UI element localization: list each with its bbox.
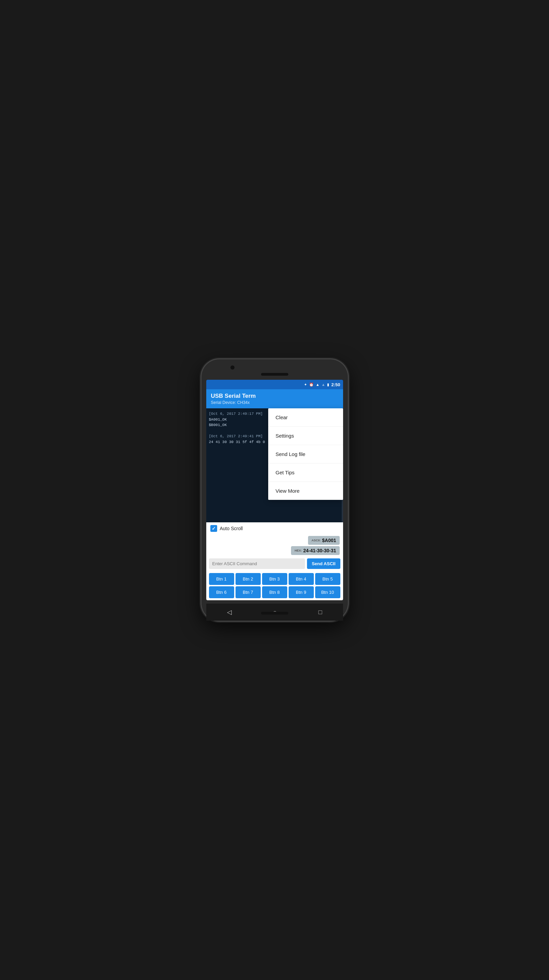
- back-icon[interactable]: ◁: [227, 608, 232, 616]
- phone-screen: ✦ ⏰ ▲ ▲ ▮ 2:50 USB Serial Term Serial De…: [206, 380, 343, 600]
- app-subtitle: Serial Device: CH34x: [211, 400, 338, 405]
- screen-content: ✦ ⏰ ▲ ▲ ▮ 2:50 USB Serial Term Serial De…: [206, 380, 343, 600]
- btn-10[interactable]: Btn 10: [315, 586, 341, 598]
- dropdown-item-send-log[interactable]: Send Log file: [268, 445, 343, 463]
- bluetooth-icon: ✦: [304, 382, 307, 387]
- btn-2[interactable]: Btn 2: [236, 573, 261, 585]
- btn-6[interactable]: Btn 6: [209, 586, 234, 598]
- hex-badge: HEX: 24-41-30-30-31: [291, 546, 339, 555]
- speaker-top: [261, 373, 288, 375]
- ascii-badge: ASCII: $A001: [308, 536, 339, 545]
- ascii-input[interactable]: [209, 558, 305, 569]
- battery-icon: ▮: [327, 382, 329, 387]
- status-bar: ✦ ⏰ ▲ ▲ ▮ 2:50: [206, 380, 343, 389]
- app-title: USB Serial Term: [211, 393, 338, 399]
- buttons-grid: Btn 1 Btn 2 Btn 3 Btn 4 Btn 5 Btn 6 Btn …: [206, 571, 343, 600]
- front-camera: [231, 366, 234, 369]
- alarm-icon: ⏰: [309, 382, 314, 387]
- dropdown-item-get-tips[interactable]: Get Tips: [268, 463, 343, 482]
- ascii-value: $A001: [322, 538, 336, 543]
- btn-7[interactable]: Btn 7: [236, 586, 261, 598]
- signal-full-icon: ▲: [316, 382, 320, 387]
- dropdown-menu: Clear Settings Send Log file Get Tips Vi…: [268, 408, 343, 500]
- auto-scroll-label: Auto Scroll: [220, 526, 243, 531]
- input-row: Send ASCII: [206, 556, 343, 571]
- btn-5[interactable]: Btn 5: [315, 573, 341, 585]
- check-mark: ✓: [212, 526, 216, 531]
- btn-8[interactable]: Btn 8: [262, 586, 287, 598]
- dropdown-item-clear[interactable]: Clear: [268, 408, 343, 427]
- auto-scroll-checkbox[interactable]: ✓: [210, 525, 217, 532]
- speaker-bottom: [261, 612, 288, 614]
- btn-9[interactable]: Btn 9: [289, 586, 314, 598]
- send-ascii-button[interactable]: Send ASCII: [307, 558, 341, 569]
- status-time: 2:50: [331, 382, 340, 387]
- btn-3[interactable]: Btn 3: [262, 573, 287, 585]
- dropdown-item-view-more[interactable]: View More: [268, 482, 343, 500]
- auto-scroll-row: ✓ Auto Scroll: [206, 522, 343, 535]
- phone-device: ✦ ⏰ ▲ ▲ ▮ 2:50 USB Serial Term Serial De…: [202, 360, 348, 620]
- hex-label: HEX:: [294, 549, 302, 552]
- ascii-badges-area: ASCII: $A001 HEX: 24-41-30-30-31: [206, 535, 343, 556]
- btn-1[interactable]: Btn 1: [209, 573, 234, 585]
- btn-4[interactable]: Btn 4: [289, 573, 314, 585]
- app-bar: USB Serial Term Serial Device: CH34x Cle…: [206, 389, 343, 408]
- signal-low-icon: ▲: [321, 382, 325, 387]
- ascii-label: ASCII:: [312, 539, 321, 542]
- dropdown-item-settings[interactable]: Settings: [268, 427, 343, 445]
- recent-icon[interactable]: □: [318, 609, 322, 616]
- hex-value: 24-41-30-30-31: [303, 548, 336, 553]
